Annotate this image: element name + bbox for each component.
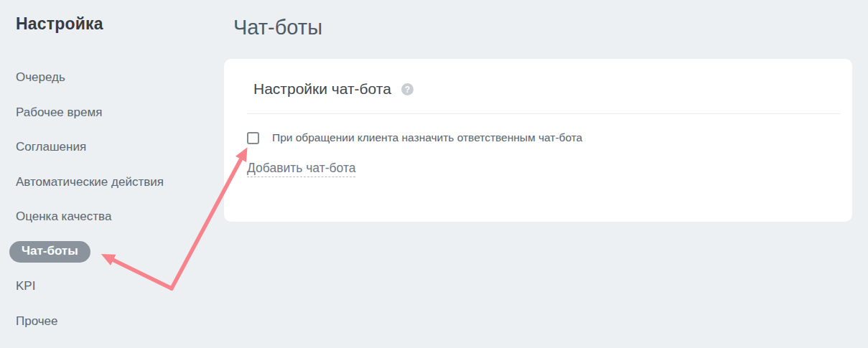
settings-sidebar: Настройка Очередь Рабочее время Соглашен… — [0, 0, 215, 348]
sidebar-item-label: Соглашения — [16, 140, 86, 154]
sidebar-item-agreements[interactable]: Соглашения — [16, 130, 210, 165]
page-title: Чат-боты — [233, 16, 322, 39]
sidebar-item-label: Оценка качества — [16, 210, 111, 224]
sidebar-item-label: Автоматические действия — [16, 175, 164, 189]
chatbot-responsible-checkbox[interactable] — [247, 132, 259, 144]
sidebar-item-chat-bots[interactable]: Чат-боты — [16, 235, 210, 270]
card-divider — [247, 113, 840, 114]
sidebar-item-label: Рабочее время — [16, 105, 102, 120]
sidebar-title: Настройка — [16, 14, 103, 34]
sidebar-item-label: Прочее — [16, 314, 58, 329]
sidebar-item-automatic-actions[interactable]: Автоматические действия — [16, 165, 210, 200]
add-chatbot-link[interactable]: Добавить чат-бота — [247, 161, 355, 177]
sidebar-item-kpi[interactable]: KPI — [16, 269, 210, 304]
chatbot-settings-card: Настройки чат-бота ? При обращении клиен… — [224, 59, 852, 222]
help-icon[interactable]: ? — [401, 83, 414, 95]
chatbot-responsible-checkbox-label[interactable]: При обращении клиента назначить ответств… — [272, 131, 582, 144]
sidebar-item-quality-rating[interactable]: Оценка качества — [16, 199, 210, 235]
sidebar-item-label: Чат-боты — [9, 241, 90, 263]
card-heading-row: Настройки чат-бота ? — [253, 79, 840, 98]
main-content: Чат-боты Настройки чат-бота ? При обраще… — [224, 0, 868, 348]
sidebar-item-label: Очередь — [16, 70, 65, 85]
sidebar-item-other[interactable]: Прочее — [16, 304, 210, 339]
sidebar-item-queue[interactable]: Очередь — [16, 60, 210, 95]
sidebar-item-working-hours[interactable]: Рабочее время — [16, 95, 210, 131]
sidebar-item-label: KPI — [16, 279, 35, 293]
sidebar-menu: Очередь Рабочее время Соглашения Автомат… — [16, 60, 210, 339]
checkbox-row: При обращении клиента назначить ответств… — [247, 131, 840, 144]
card-heading: Настройки чат-бота — [253, 80, 391, 98]
